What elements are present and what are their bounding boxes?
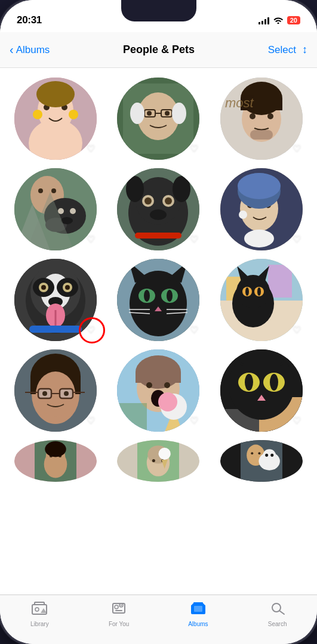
- person-grid: ♡: [8, 78, 309, 482]
- heart-button[interactable]: ♡: [82, 140, 99, 156]
- list-item[interactable]: ♡: [214, 259, 309, 341]
- heart-icon: ♡: [293, 324, 301, 335]
- tab-library[interactable]: Library: [0, 601, 79, 627]
- svg-marker-156: [41, 608, 47, 613]
- back-button[interactable]: ‹ Albums: [10, 43, 50, 57]
- svg-point-148: [258, 452, 260, 454]
- battery-badge: 20: [287, 16, 300, 24]
- svg-point-107: [42, 391, 47, 396]
- heart-icon: ♡: [190, 143, 198, 154]
- list-item[interactable]: [111, 440, 205, 482]
- svg-point-95: [245, 287, 249, 296]
- svg-point-13: [165, 111, 170, 116]
- svg-point-7: [36, 81, 75, 107]
- avatar: [14, 440, 97, 482]
- svg-point-155: [35, 608, 39, 611]
- svg-point-22: [250, 113, 256, 119]
- svg-point-47: [165, 197, 172, 205]
- svg-point-12: [147, 111, 152, 116]
- albums-icon: [190, 601, 207, 619]
- signal-bar-1: [258, 22, 260, 24]
- heart-button-highlighted[interactable]: ♡: [82, 321, 99, 338]
- heart-icon: ♡: [190, 324, 198, 335]
- heart-button[interactable]: ♡: [288, 321, 305, 338]
- svg-point-5: [33, 110, 42, 119]
- svg-rect-71: [29, 326, 82, 333]
- svg-rect-26: [250, 130, 273, 140]
- list-item[interactable]: ♡: [8, 78, 103, 160]
- foryou-icon: [110, 601, 127, 619]
- heart-button[interactable]: ♡: [288, 230, 305, 247]
- tab-library-label: Library: [30, 621, 49, 627]
- svg-point-42: [126, 176, 144, 202]
- library-icon: [31, 601, 48, 619]
- svg-point-147: [251, 452, 253, 454]
- list-item[interactable]: ♡: [111, 259, 205, 341]
- svg-point-6: [69, 110, 78, 119]
- signal-bar-3: [264, 19, 266, 24]
- heart-button[interactable]: ♡: [186, 411, 202, 428]
- list-item[interactable]: most ♡: [214, 78, 309, 160]
- list-item[interactable]: ♡: [214, 349, 309, 432]
- phone-frame: 20:31 20: [0, 0, 317, 644]
- nav-actions: Select ↕: [268, 44, 307, 56]
- list-item[interactable]: ♡: [8, 259, 103, 341]
- tab-foryou-label: For You: [109, 621, 129, 627]
- svg-rect-159: [115, 610, 122, 611]
- svg-point-57: [244, 230, 274, 247]
- heart-button[interactable]: ♡: [186, 140, 202, 156]
- heart-button[interactable]: ♡: [186, 230, 202, 247]
- list-item[interactable]: ♡: [111, 349, 205, 432]
- sort-button[interactable]: ↕: [302, 44, 307, 56]
- heart-icon: ♡: [293, 414, 301, 426]
- avatar: [117, 440, 199, 482]
- list-item[interactable]: [8, 440, 103, 482]
- svg-point-55: [238, 173, 281, 199]
- signal-bar-4: [267, 17, 269, 24]
- tab-foryou[interactable]: For You: [79, 601, 159, 627]
- heart-icon: ♡: [190, 233, 198, 244]
- signal-bars: [258, 16, 269, 24]
- heart-icon: ♡: [293, 233, 301, 244]
- svg-point-130: [270, 374, 278, 391]
- svg-point-129: [245, 374, 253, 391]
- svg-point-30: [38, 188, 43, 193]
- svg-point-137: [45, 441, 66, 457]
- svg-point-31: [51, 188, 56, 193]
- nav-title: People & Pets: [123, 44, 195, 56]
- svg-point-56: [239, 210, 247, 219]
- nav-bar: ‹ Albums People & Pets Select ↕: [0, 32, 317, 68]
- list-item[interactable]: ♡: [111, 168, 205, 250]
- heart-button[interactable]: ♡: [288, 411, 305, 428]
- list-item[interactable]: ♡: [8, 168, 103, 250]
- svg-line-166: [279, 611, 284, 615]
- svg-point-17: [130, 103, 144, 124]
- heart-button[interactable]: ♡: [288, 140, 305, 156]
- svg-rect-49: [135, 233, 181, 239]
- tab-albums[interactable]: Albums: [159, 601, 238, 627]
- svg-point-141: [152, 459, 155, 462]
- svg-rect-113: [136, 372, 181, 383]
- list-item[interactable]: ♡: [111, 78, 205, 160]
- heart-icon: ♡: [87, 143, 95, 154]
- select-button[interactable]: Select: [268, 44, 296, 56]
- back-chevron-icon: ‹: [10, 43, 14, 57]
- list-item[interactable]: ♡: [8, 349, 103, 432]
- svg-point-18: [172, 103, 186, 124]
- list-item[interactable]: ♡: [214, 168, 309, 250]
- svg-point-46: [144, 197, 152, 205]
- svg-point-96: [257, 287, 261, 296]
- status-icons: 20: [258, 16, 300, 26]
- svg-point-34: [58, 208, 64, 214]
- heart-button[interactable]: ♡: [82, 230, 99, 247]
- svg-point-78: [144, 290, 150, 302]
- heart-button[interactable]: ♡: [186, 321, 202, 338]
- heart-button[interactable]: ♡: [82, 411, 99, 428]
- list-item[interactable]: [214, 440, 309, 482]
- tab-search[interactable]: Search: [238, 601, 317, 627]
- status-time: 20:31: [17, 14, 42, 26]
- content-area: ♡: [0, 68, 317, 595]
- heart-icon: ♡: [87, 233, 95, 244]
- svg-rect-120: [117, 403, 147, 432]
- tab-bar: Library For You: [0, 595, 317, 644]
